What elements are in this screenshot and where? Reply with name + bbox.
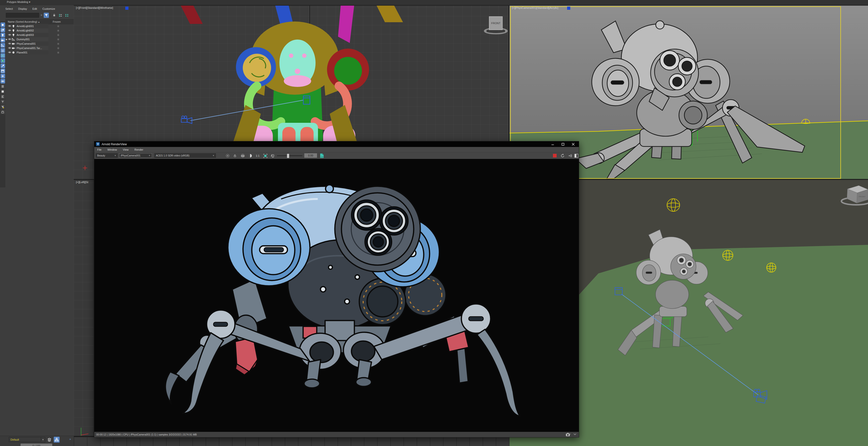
renderview-menu-item[interactable]: Render <box>134 148 143 151</box>
display-filter-button[interactable] <box>0 79 5 84</box>
display-filter-button[interactable] <box>0 53 5 58</box>
display-filter-button[interactable] <box>0 69 5 73</box>
search-input[interactable] <box>6 13 39 18</box>
frozen-toggle-icon[interactable] <box>49 41 68 46</box>
viewport-label-segment[interactable]: [+] <box>512 6 515 9</box>
viewcube[interactable]: FRONT <box>484 11 508 35</box>
viewport-left[interactable]: [+][Left][St <box>74 180 94 436</box>
display-filter-button[interactable] <box>0 23 5 27</box>
viewport-label-segment[interactable]: [Standard] <box>536 6 549 9</box>
eye-icon[interactable] <box>8 46 12 50</box>
arnold-renderview-window[interactable]: 3 Arnold RenderView FileWindowViewRender… <box>94 141 579 438</box>
exposure-slider-track[interactable] <box>277 156 302 156</box>
eye-icon[interactable] <box>8 29 12 32</box>
lock-icon[interactable] <box>232 153 238 158</box>
render-image[interactable] <box>94 159 579 432</box>
frozen-toggle-icon[interactable] <box>49 33 68 37</box>
display-filter-button[interactable] <box>0 48 5 53</box>
exposure-slider-handle[interactable] <box>287 154 289 158</box>
eye-icon[interactable] <box>8 24 12 28</box>
scene-item-row[interactable]: ▶ ArnoldLight003 <box>5 33 74 37</box>
viewport-label-segment[interactable]: [Wireframe] <box>99 6 113 9</box>
display-filter-button[interactable] <box>0 33 5 37</box>
zoom-ratio-label[interactable]: 1:1 <box>254 153 261 158</box>
viewport-label-segment[interactable]: [Standard] <box>87 6 99 9</box>
display-filter-button[interactable] <box>0 109 5 114</box>
viewport-label-segment[interactable]: [PhysCamera001] <box>515 6 536 9</box>
colorspace-select[interactable]: ACES 1.0 SDR-video (sRGB)▼ <box>154 153 216 158</box>
layers-icon[interactable] <box>46 437 52 443</box>
scene-item-name[interactable]: Plane001 <box>16 50 49 55</box>
rgb-channels-icon[interactable]: RGB <box>240 153 245 158</box>
close-button[interactable] <box>569 142 577 147</box>
lock-icon[interactable] <box>52 13 57 18</box>
preset-dropdown[interactable]: Default <box>9 437 41 442</box>
scene-item-name[interactable]: Dummy001 <box>16 37 49 41</box>
clear-search-icon[interactable]: ✕ <box>40 14 42 17</box>
scene-item-row[interactable]: ▶ ArnoldLight001 <box>5 24 74 28</box>
window-titlebar[interactable]: 3 Arnold RenderView <box>94 141 579 147</box>
display-filter-button[interactable] <box>0 89 5 94</box>
camera-select[interactable]: /PhysCamera001▼ <box>119 153 152 158</box>
eye-icon[interactable] <box>8 51 12 54</box>
ab-compare-icon[interactable] <box>248 153 252 158</box>
stop-render-button[interactable] <box>553 154 557 157</box>
eye-icon[interactable] <box>8 33 12 37</box>
maximize-button[interactable] <box>559 142 567 147</box>
scene-item-name[interactable]: ArnoldLight002 <box>16 28 49 33</box>
explorer-menu-item[interactable]: Display <box>18 7 27 10</box>
explorer-column-header[interactable]: Name (Sorted Ascending) ▲ Frozen <box>5 19 74 24</box>
log-file-icon[interactable]: LOG <box>319 153 324 158</box>
explorer-menu-item[interactable]: Edit <box>32 7 37 10</box>
frame-indicator[interactable]: 0 / 100 <box>21 444 52 446</box>
frozen-toggle-icon[interactable] <box>49 50 68 55</box>
display-filter-button[interactable] <box>0 94 5 99</box>
scene-item-name[interactable]: PhysCamera001 <box>16 41 49 46</box>
snapshot-camera-icon[interactable] <box>566 433 570 437</box>
exposure-value-field[interactable]: 0.00 <box>304 153 317 158</box>
display-filter-button[interactable] <box>0 28 5 32</box>
minimize-button[interactable] <box>549 142 556 147</box>
display-filter-button[interactable] <box>0 63 5 68</box>
display-filter-button[interactable] <box>0 43 5 47</box>
display-filter-button[interactable] <box>0 99 5 104</box>
renderview-menu-item[interactable]: View <box>123 148 129 151</box>
scene-item-row[interactable]: ▶ PhysCamera001 <box>5 41 74 46</box>
frozen-toggle-icon[interactable] <box>49 37 68 41</box>
expand-tree-icon[interactable] <box>58 13 63 18</box>
scene-item-name[interactable]: ArnoldLight003 <box>16 33 49 37</box>
explorer-menu-item[interactable]: Customize <box>42 7 55 10</box>
aperture-icon[interactable] <box>270 153 275 158</box>
display-filter-button[interactable] <box>0 38 5 42</box>
track-bar[interactable] <box>74 437 509 446</box>
renderview-menu-item[interactable]: Window <box>107 148 117 151</box>
hierarchy-icon[interactable] <box>54 437 60 443</box>
frozen-toggle-icon[interactable] <box>49 24 68 28</box>
viewport-label-left[interactable]: [+][Left][St <box>76 181 88 184</box>
viewport-label-segment[interactable]: [Front] <box>79 6 87 9</box>
frozen-toggle-icon[interactable] <box>49 28 68 33</box>
display-filter-button[interactable] <box>0 104 5 109</box>
scene-item-row[interactable]: ▶ Plane001 <box>5 50 74 55</box>
frozen-toggle-icon[interactable] <box>49 46 68 50</box>
crop-frame-icon[interactable] <box>263 153 268 158</box>
aov-select[interactable]: Beauty▼ <box>96 153 118 158</box>
display-filter-button[interactable] <box>0 58 5 63</box>
overflow-chevrons[interactable]: » <box>69 438 71 441</box>
scene-item-row[interactable]: ▶ Dummy001 <box>5 37 74 41</box>
collapse-tree-icon[interactable] <box>64 13 69 18</box>
chevron-down-icon[interactable] <box>574 433 577 435</box>
filter-icon[interactable] <box>44 13 49 18</box>
chevron-down-icon[interactable]: ▼ <box>41 437 45 443</box>
restart-render-icon[interactable] <box>560 153 565 158</box>
region-render-icon[interactable] <box>225 153 230 158</box>
live-update-icon[interactable] <box>568 153 573 158</box>
panel-toggle-icon[interactable] <box>574 153 579 158</box>
scene-item-row[interactable]: ▶ PhysCamera001.Tar... <box>5 46 74 50</box>
eye-icon[interactable] <box>8 38 12 41</box>
scene-item-row[interactable]: ▶ ArnoldLight002 <box>5 28 74 33</box>
expand-arrow-icon[interactable]: ▶ <box>5 38 8 40</box>
scene-item-name[interactable]: PhysCamera001.Tar... <box>16 46 49 50</box>
explorer-menu-item[interactable]: Select <box>5 7 13 10</box>
viewport-label-segment[interactable]: [+] <box>76 6 79 9</box>
